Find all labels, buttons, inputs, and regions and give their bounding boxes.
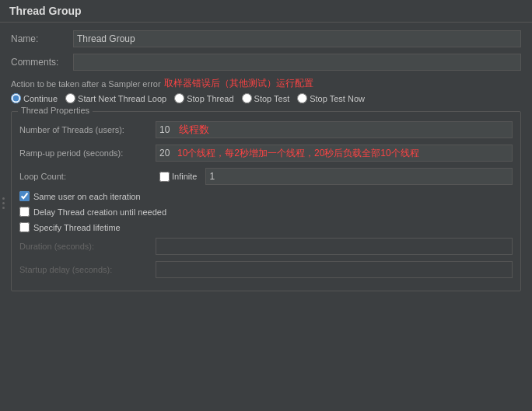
action-chinese: 取样器错误后（其他测试）运行配置: [164, 77, 313, 90]
title-bar: Thread Group: [0, 0, 532, 23]
specify-lifetime-row: Specify Thread lifetime: [19, 222, 513, 232]
name-input[interactable]: [73, 30, 521, 47]
comments-label: Comments:: [11, 57, 73, 68]
action-section: Action to be taken after a Sampler error…: [11, 77, 521, 103]
radio-stop-thread-label: Stop Thread: [187, 94, 233, 103]
radio-stop-thread[interactable]: Stop Thread: [174, 93, 233, 103]
comments-row: Comments:: [11, 54, 521, 71]
loop-label: Loop Count:: [19, 172, 156, 181]
same-user-label: Same user on each iteration: [33, 192, 141, 201]
name-label: Name:: [11, 33, 73, 44]
radio-stop-test-now-label: Stop Test Now: [310, 94, 365, 103]
specify-lifetime-label: Specify Thread lifetime: [33, 223, 121, 232]
infinite-checkbox-wrapper[interactable]: Infinite: [159, 172, 197, 182]
startup-delay-row: Startup delay (seconds):: [19, 261, 513, 278]
same-user-row: Same user on each iteration: [19, 191, 513, 201]
duration-row: Duration (seconds):: [19, 238, 513, 255]
rampup-label: Ramp-up period (seconds):: [19, 148, 156, 158]
name-row: Name:: [11, 30, 521, 47]
action-options: Continue Start Next Thread Loop Stop Thr…: [11, 93, 521, 103]
loop-count-input[interactable]: [205, 168, 513, 185]
thread-properties-title: Thread Properties: [18, 106, 93, 115]
threads-chinese: 线程数: [179, 123, 209, 137]
duration-input[interactable]: [156, 238, 513, 255]
page-title: Thread Group: [9, 5, 82, 17]
delay-thread-label: Delay Thread creation until needed: [33, 207, 166, 217]
thread-properties-section: Thread Properties Number of Threads (use…: [11, 111, 521, 291]
drag-handle: [0, 194, 7, 212]
infinite-checkbox[interactable]: [159, 172, 170, 182]
radio-start-next[interactable]: Start Next Thread Loop: [65, 93, 166, 103]
startup-delay-input[interactable]: [156, 261, 513, 278]
delay-thread-checkbox[interactable]: [19, 207, 30, 217]
rampup-row: Ramp-up period (seconds): 10个线程，每2秒增加一个线…: [19, 145, 513, 162]
threads-row: Number of Threads (users): 线程数: [19, 121, 513, 138]
startup-delay-label: Startup delay (seconds):: [19, 265, 156, 274]
delay-thread-row: Delay Thread creation until needed: [19, 207, 513, 217]
loop-row: Loop Count: Infinite: [19, 168, 513, 185]
rampup-chinese: 10个线程，每2秒增加一个线程，20秒后负载全部10个线程: [177, 147, 419, 160]
radio-stop-test-now[interactable]: Stop Test Now: [297, 93, 365, 103]
action-label: Action to be taken after a Sampler error: [11, 79, 161, 89]
specify-lifetime-checkbox[interactable]: [19, 222, 30, 232]
radio-continue[interactable]: Continue: [11, 93, 58, 103]
radio-continue-label: Continue: [23, 94, 58, 103]
infinite-label: Infinite: [172, 172, 197, 181]
radio-stop-test-label: Stop Test: [254, 94, 290, 103]
comments-input[interactable]: [73, 54, 521, 71]
duration-label: Duration (seconds):: [19, 242, 156, 251]
radio-start-next-label: Start Next Thread Loop: [78, 94, 166, 103]
radio-stop-test[interactable]: Stop Test: [242, 93, 290, 103]
same-user-checkbox[interactable]: [19, 191, 30, 201]
threads-label: Number of Threads (users):: [19, 125, 156, 134]
